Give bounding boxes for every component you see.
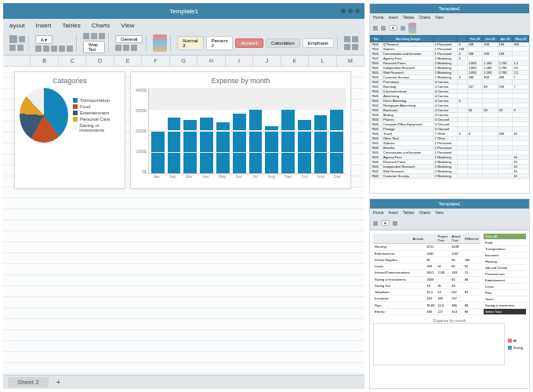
align-icon[interactable] — [393, 221, 397, 226]
format-icon[interactable] — [344, 44, 350, 50]
thumb2-title: Template1 — [439, 201, 461, 206]
mini-legend: All Saving — [508, 323, 526, 365]
sheet-tabs: Sheet 2 + — [3, 375, 364, 389]
delete-icon[interactable] — [352, 36, 358, 42]
bold-icon[interactable] — [35, 45, 42, 52]
mini-bar-chart — [373, 323, 505, 365]
style-accent[interactable]: Accent1 — [235, 38, 263, 48]
align-right-icon[interactable] — [99, 33, 105, 39]
ribbon: A ▾ Wrap Text General — [3, 31, 364, 56]
bar-title: Expense by month — [136, 77, 346, 85]
paste-icon[interactable] — [373, 221, 378, 226]
bar-xaxis: JanFebMarAprMayJunJulAugSepOctNovDec — [148, 174, 346, 179]
font-color-icon[interactable] — [67, 45, 73, 52]
bar-chart[interactable]: Expense by month 4000$3000$2000$1000$0$ … — [130, 71, 351, 189]
currency-icon[interactable] — [115, 45, 121, 51]
menu-view[interactable]: View — [121, 22, 134, 29]
thumb-budget-grid: Template1 HomeInsertTablesChartsView A N… — [369, 3, 530, 194]
menu-layout[interactable]: ayout — [9, 22, 25, 29]
style-emph[interactable]: Emphasis — [303, 38, 334, 48]
window-title: Template1 — [169, 8, 198, 15]
pie-chart[interactable]: Catagories TransportationFoodEntertainme… — [14, 71, 125, 189]
bar-yaxis: 4000$3000$2000$1000$0$ — [136, 88, 148, 174]
style-percent[interactable]: Percent 2 — [206, 36, 234, 50]
pie-graphic — [20, 88, 68, 143]
percent-icon[interactable] — [123, 45, 129, 51]
budget-table[interactable]: AmountProject CostActual CostDifferenceH… — [373, 234, 480, 315]
thumb1-title: Template1 — [439, 6, 461, 11]
format-painter-icon[interactable] — [17, 45, 24, 51]
sort-icon[interactable] — [352, 44, 358, 50]
comma-icon[interactable] — [131, 45, 137, 51]
add-sheet-button[interactable]: + — [52, 378, 66, 387]
cond-format-icon[interactable] — [408, 23, 416, 34]
titlebar: Template1 — [3, 3, 364, 19]
align-center-icon[interactable] — [91, 33, 97, 39]
category-filter[interactable]: Show AllFoodTransportationInsuranceHousi… — [484, 234, 526, 315]
style-normal[interactable]: Normal 2 — [177, 36, 203, 50]
paste-icon[interactable] — [9, 35, 17, 43]
window-controls[interactable] — [341, 9, 360, 13]
thumbnails: Template1 HomeInsertTablesChartsView A N… — [369, 3, 530, 389]
align-icon[interactable] — [401, 26, 405, 31]
paste-icon[interactable] — [373, 26, 378, 31]
spreadsheet-grid[interactable]: BCDEFGHIJKLM Catagories TransportationFo… — [3, 56, 364, 375]
thumb1-grid[interactable]: No.Marketing BudgetFeb-18Jan-18Apr-18May… — [370, 35, 529, 193]
pie-title: Catagories — [20, 77, 120, 85]
underline-icon[interactable] — [51, 45, 57, 52]
conditional-format-icon[interactable] — [153, 34, 167, 52]
main-window: Template1 ayout Insert Tables Charts Vie… — [3, 3, 364, 389]
number-format-select[interactable]: General — [115, 35, 143, 43]
menu-bar: ayout Insert Tables Charts View — [3, 19, 364, 31]
column-headers: BCDEFGHIJKLM — [3, 56, 364, 67]
copy-icon[interactable] — [9, 45, 16, 51]
menu-tables[interactable]: Tables — [63, 22, 81, 29]
sheet-tab[interactable]: Sheet 2 — [8, 377, 49, 387]
wrap-text-btn[interactable]: Wrap Text — [83, 41, 105, 53]
insert-icon[interactable] — [344, 36, 350, 42]
menu-insert[interactable]: Insert — [36, 22, 52, 29]
cut-icon[interactable] — [19, 36, 25, 42]
pie-legend: TransportationFoodEntertainmentPersonal … — [73, 96, 120, 134]
menu-charts[interactable]: Charts — [92, 22, 111, 29]
style-calc[interactable]: Calculation — [266, 38, 300, 48]
thumb-dashboard: Template1 HomeInsertTablesChartsView A A… — [369, 198, 530, 389]
font-icon[interactable] — [381, 26, 386, 31]
italic-icon[interactable] — [43, 45, 49, 52]
bar-bars — [148, 88, 346, 174]
fill-color-icon[interactable] — [59, 45, 65, 52]
font-select[interactable]: A ▾ — [35, 35, 53, 44]
align-left-icon[interactable] — [83, 33, 89, 39]
